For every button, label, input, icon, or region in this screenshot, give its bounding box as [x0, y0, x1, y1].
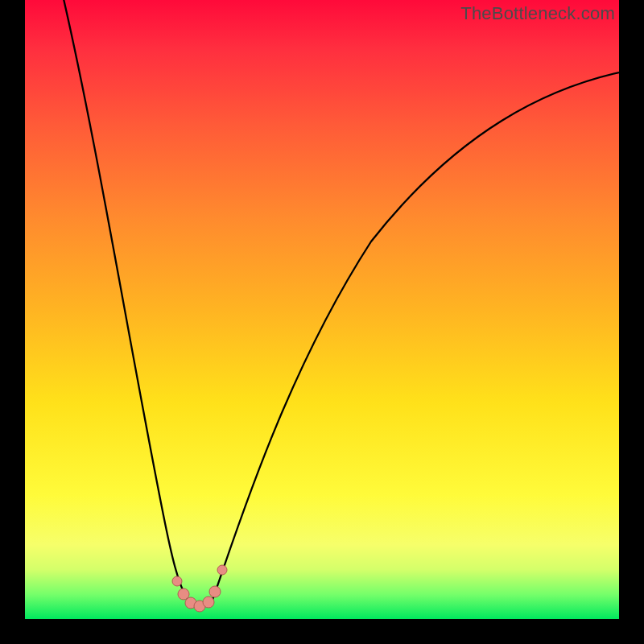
chart-plot-area: [25, 0, 619, 619]
curve-left-branch: [62, 0, 188, 600]
curve-right-branch: [213, 72, 619, 600]
bottleneck-curve: [25, 0, 619, 619]
marker-dot: [172, 576, 182, 586]
marker-dot: [217, 565, 227, 575]
marker-dot: [203, 597, 214, 608]
highlight-markers: [172, 565, 227, 612]
marker-dot: [209, 586, 221, 597]
watermark-text: TheBottleneck.com: [460, 3, 615, 24]
